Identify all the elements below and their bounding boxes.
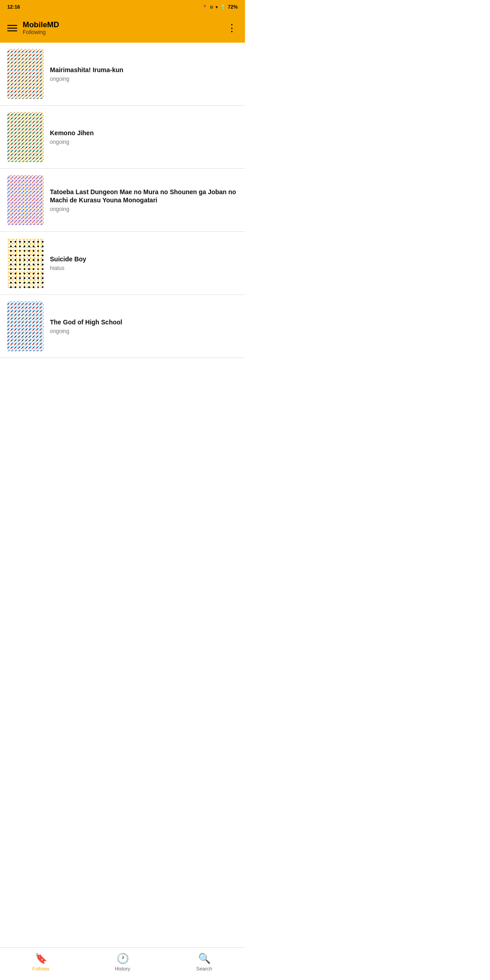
item-info: Kemono Jihen ongoing [50,129,238,145]
manga-status: ongoing [50,139,238,145]
manga-title: The God of High School [50,318,238,326]
app-title: MobileMD [23,21,59,29]
manga-title: Kemono Jihen [50,129,238,137]
app-bar: MobileMD Following ⋮ [0,14,245,43]
location-icon: 📍 [202,5,207,10]
manga-title: Tatoeba Last Dungeon Mae no Mura no Shou… [50,188,238,204]
dnd-icon: ⊖ [210,5,213,10]
manga-status: ongoing [50,76,238,82]
battery-icon: 🔋 [220,5,225,10]
wifi-icon: ▾ [216,5,218,10]
manga-status: hiatus [50,265,238,271]
app-subtitle: Following [23,29,59,35]
list-item[interactable]: Kemono Jihen ongoing [0,106,245,169]
app-bar-left: MobileMD Following [7,21,59,36]
menu-button[interactable] [7,25,17,31]
status-icons: 📍 ⊖ ▾ 🔋 72% [202,4,238,10]
manga-title: Suicide Boy [50,255,238,263]
list-item[interactable]: Suicide Boy hiatus [0,232,245,295]
item-info: Tatoeba Last Dungeon Mae no Mura no Shou… [50,188,238,212]
manga-status: ongoing [50,206,238,212]
battery-level: 72% [228,4,238,10]
manga-cover [7,112,44,162]
manga-title: Mairimashita! Iruma-kun [50,66,238,74]
manga-status: ongoing [50,328,238,334]
manga-list: Mairimashita! Iruma-kun ongoing Kemono J… [0,43,245,358]
item-info: Suicide Boy hiatus [50,255,238,271]
list-item[interactable]: Mairimashita! Iruma-kun ongoing [0,43,245,106]
manga-cover [7,49,44,99]
manga-cover [7,238,44,288]
status-time: 12:16 [7,4,20,10]
list-item[interactable]: Tatoeba Last Dungeon Mae no Mura no Shou… [0,169,245,232]
more-options-button[interactable]: ⋮ [227,22,238,34]
item-info: The God of High School ongoing [50,318,238,334]
app-title-block: MobileMD Following [23,21,59,36]
status-bar: 12:16 📍 ⊖ ▾ 🔋 72% [0,0,245,14]
list-item[interactable]: The God of High School ongoing [0,295,245,358]
manga-cover [7,175,44,225]
manga-cover [7,301,44,351]
item-info: Mairimashita! Iruma-kun ongoing [50,66,238,82]
